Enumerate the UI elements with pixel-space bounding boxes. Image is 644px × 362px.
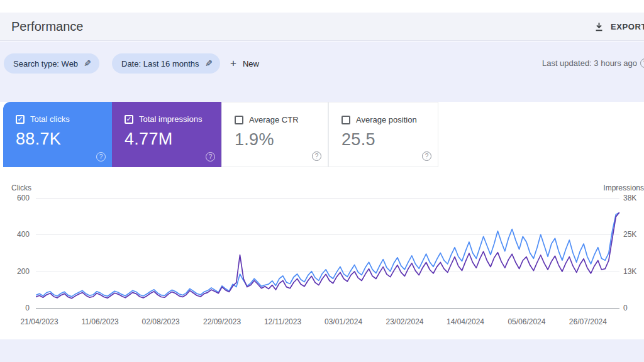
page-bottom-margin <box>0 339 644 362</box>
help-icon[interactable]: ? <box>206 152 215 162</box>
date-tick: 14/04/2024 <box>447 317 484 326</box>
date-tick: 02/08/2023 <box>142 317 180 326</box>
average-ctr-checkbox[interactable] <box>235 116 243 124</box>
left-tick-600: 600 <box>0 194 30 202</box>
average-position-value: 25.5 <box>341 130 438 150</box>
average-position-label: Average position <box>356 115 417 124</box>
export-label: EXPORT <box>611 22 644 31</box>
page-header: Performance EXPORT <box>0 13 644 41</box>
right-tick-25k: 25K <box>623 230 636 239</box>
average-position-checkbox[interactable] <box>341 116 350 124</box>
last-updated-status: Last updated: 3 hours ago ? <box>542 58 644 68</box>
date-tick: 21/04/2023 <box>21 317 58 326</box>
date-tick: 26/07/2024 <box>569 317 607 326</box>
left-tick-200: 200 <box>0 267 30 276</box>
download-icon <box>594 21 604 32</box>
filter-bar: Search type: Web ✎ Date: Last 16 months … <box>0 41 644 102</box>
total-impressions-card[interactable]: ✓ Total impressions 4.77M ? <box>112 102 221 167</box>
help-icon[interactable]: ? <box>422 151 431 161</box>
left-tick-400: 400 <box>0 230 30 239</box>
page-title: Performance <box>11 19 84 34</box>
x-axis-date-labels: 21/04/2023 11/06/2023 02/08/2023 22/09/2… <box>36 317 619 327</box>
help-icon[interactable]: ? <box>640 58 644 68</box>
search-type-chip-label: Search type: Web <box>13 59 78 69</box>
total-clicks-checkbox[interactable]: ✓ <box>16 115 25 124</box>
new-filter-button[interactable]: + New <box>230 53 259 74</box>
date-tick: 22/09/2023 <box>203 317 241 326</box>
help-icon[interactable]: ? <box>96 152 106 162</box>
right-tick-38k: 38K <box>623 194 636 202</box>
average-ctr-label: Average CTR <box>249 115 299 124</box>
right-tick-13k: 13K <box>623 267 636 276</box>
average-ctr-card[interactable]: Average CTR 1.9% ? <box>221 102 328 167</box>
total-clicks-label: Total clicks <box>30 114 70 124</box>
export-button[interactable]: EXPORT <box>594 13 644 41</box>
date-tick: 12/11/2023 <box>264 317 301 326</box>
search-console-performance-page: Performance EXPORT Search type: Web ✎ Da… <box>0 0 644 362</box>
average-ctr-value: 1.9% <box>235 130 328 150</box>
date-tick: 03/01/2024 <box>325 317 362 326</box>
left-tick-0: 0 <box>0 304 30 312</box>
average-position-card[interactable]: Average position 25.5 ? <box>328 102 438 167</box>
right-axis-title: Impressions <box>603 184 644 192</box>
total-clicks-card[interactable]: ✓ Total clicks 88.7K ? <box>3 102 112 167</box>
performance-line-chart[interactable] <box>36 198 619 308</box>
left-axis-title: Clicks <box>11 184 31 192</box>
help-icon[interactable]: ? <box>312 151 321 161</box>
total-impressions-checkbox[interactable]: ✓ <box>125 115 133 124</box>
edit-icon: ✎ <box>205 58 213 69</box>
date-tick: 05/06/2024 <box>508 317 545 326</box>
date-range-chip[interactable]: Date: Last 16 months ✎ <box>112 53 220 74</box>
date-tick: 11/06/2023 <box>81 317 118 326</box>
plus-icon: + <box>230 57 236 70</box>
total-impressions-value: 4.77M <box>125 129 221 149</box>
search-type-chip[interactable]: Search type: Web ✎ <box>4 53 99 74</box>
clicks-line-series <box>36 212 619 297</box>
date-range-chip-label: Date: Last 16 months <box>121 59 199 69</box>
edit-icon: ✎ <box>84 58 91 69</box>
new-filter-label: New <box>243 59 259 69</box>
total-impressions-label: Total impressions <box>139 114 202 124</box>
total-clicks-value: 88.7K <box>16 129 112 149</box>
last-updated-text: Last updated: 3 hours ago <box>542 58 637 68</box>
x-axis-line <box>36 308 619 309</box>
right-tick-0: 0 <box>623 304 628 312</box>
date-tick: 23/02/2024 <box>386 317 423 326</box>
